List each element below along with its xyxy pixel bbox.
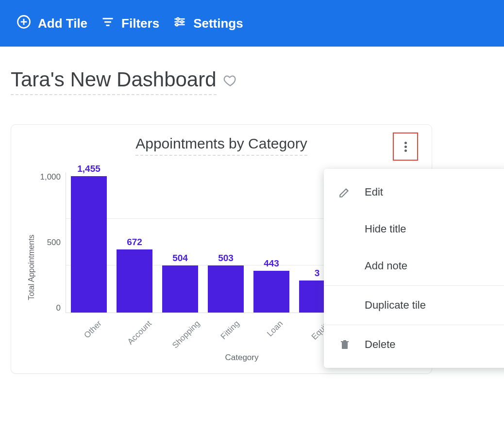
svg-rect-5: [106, 24, 110, 26]
bar-value-label: 1,455: [77, 164, 101, 174]
ytick: 500: [47, 238, 61, 248]
heart-icon[interactable]: [223, 74, 237, 89]
xtick: Shopping: [162, 313, 198, 351]
plus-circle-icon: [17, 15, 31, 33]
menu-add-note[interactable]: Add note: [324, 248, 504, 284]
settings-button[interactable]: Settings: [173, 15, 243, 32]
bar-value-label: 503: [218, 253, 234, 264]
tile-menu-button[interactable]: [393, 132, 418, 161]
menu-edit-label: Edit: [365, 186, 383, 198]
svg-point-11: [176, 23, 178, 26]
bar[interactable]: [253, 271, 289, 313]
bar-slot: 504: [162, 253, 198, 313]
filter-icon: [101, 15, 115, 32]
bar-slot: 1,455: [71, 164, 107, 313]
filters-button[interactable]: Filters: [101, 15, 159, 32]
bar-slot: 672: [117, 237, 152, 313]
bar-slot: 503: [208, 253, 244, 313]
svg-point-9: [181, 20, 183, 23]
bar-value-label: 504: [172, 253, 188, 264]
xtick: Other: [70, 313, 106, 351]
menu-hide-title-label: Hide title: [365, 223, 406, 235]
svg-rect-3: [103, 17, 113, 19]
bar[interactable]: [71, 176, 107, 313]
toolbar: Add Tile Filters Settings: [0, 0, 504, 47]
bar[interactable]: [208, 265, 244, 313]
menu-hide-title[interactable]: Hide title: [324, 211, 504, 248]
menu-delete-label: Delete: [365, 338, 396, 351]
trash-icon: [337, 339, 352, 350]
ytick: 0: [56, 303, 61, 313]
ytick: 1,000: [40, 172, 61, 182]
add-tile-label: Add Tile: [38, 16, 87, 31]
settings-label: Settings: [193, 16, 243, 31]
menu-duplicate-label: Duplicate tile: [365, 299, 426, 312]
menu-delete[interactable]: Delete: [324, 326, 504, 363]
xtick: Account: [116, 313, 152, 351]
chart-ylabel: Total Appointments: [27, 234, 36, 300]
bar[interactable]: [162, 265, 198, 313]
xtick: Loan: [253, 313, 289, 351]
bar-value-label: 672: [127, 237, 142, 248]
kebab-icon: [404, 140, 407, 153]
bar[interactable]: [117, 249, 152, 313]
bar-slot: 443: [253, 258, 289, 313]
svg-rect-4: [104, 21, 111, 22]
menu-duplicate[interactable]: Duplicate tile: [324, 287, 504, 324]
add-tile-button[interactable]: Add Tile: [17, 15, 87, 33]
dashboard-title[interactable]: Tara's New Dashboard: [11, 68, 217, 95]
pencil-icon: [337, 186, 352, 198]
filters-label: Filters: [121, 16, 159, 31]
tile-context-menu: Edit Hide title Add note Duplicate tile: [324, 169, 504, 368]
chart-yticks: 1,0005000: [38, 172, 66, 313]
bar-value-label: 3: [315, 268, 320, 279]
menu-add-note-label: Add note: [365, 260, 407, 272]
tune-icon: [173, 15, 186, 32]
menu-edit[interactable]: Edit: [324, 174, 504, 211]
bar-value-label: 443: [264, 258, 279, 269]
svg-point-7: [177, 17, 179, 20]
tile-title[interactable]: Appointments by Category: [135, 135, 307, 156]
menu-separator: [324, 325, 504, 325]
menu-separator: [324, 285, 504, 286]
